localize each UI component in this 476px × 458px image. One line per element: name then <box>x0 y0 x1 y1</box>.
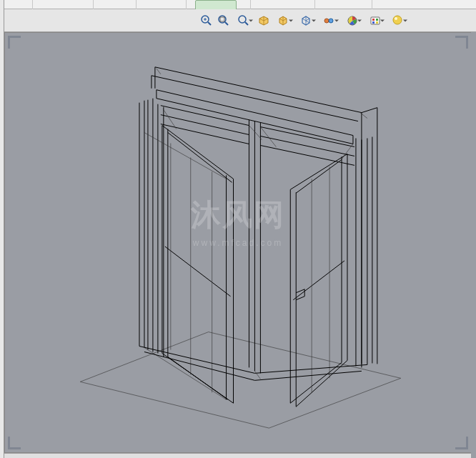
svg-line-52 <box>260 145 354 165</box>
apply-scene-button[interactable] <box>365 13 386 29</box>
svg-rect-16 <box>376 21 378 24</box>
hide-show-items-button[interactable] <box>319 13 340 29</box>
svg-line-8 <box>245 22 248 25</box>
svg-line-23 <box>155 67 362 113</box>
svg-line-50 <box>260 127 354 147</box>
svg-line-60 <box>168 357 228 399</box>
svg-line-75 <box>293 261 344 300</box>
svg-point-7 <box>239 16 246 23</box>
svg-line-19 <box>80 382 269 428</box>
svg-line-88 <box>254 371 361 380</box>
zoom-to-fit-button[interactable] <box>199 13 214 29</box>
model-wireframe-canvas <box>5 33 471 452</box>
svg-line-87 <box>144 352 254 380</box>
svg-line-48 <box>161 115 249 135</box>
svg-line-73 <box>296 360 347 407</box>
previous-view-button[interactable] <box>233 13 254 29</box>
svg-line-1 <box>208 22 211 25</box>
svg-line-89 <box>157 69 161 74</box>
svg-rect-15 <box>372 21 375 24</box>
svg-line-81 <box>249 126 262 140</box>
view-orientation-button[interactable] <box>273 13 294 29</box>
view-settings-button[interactable] <box>387 13 409 29</box>
zoom-to-area-button[interactable] <box>216 13 232 29</box>
svg-point-4 <box>219 16 226 23</box>
svg-rect-13 <box>372 19 375 21</box>
view-toolbar <box>4 9 476 32</box>
svg-rect-14 <box>376 19 378 21</box>
svg-line-20 <box>269 378 400 428</box>
svg-line-24 <box>362 108 377 113</box>
svg-line-28 <box>152 76 358 121</box>
status-bar-edge <box>4 453 471 458</box>
edit-appearance-button[interactable] <box>342 13 363 29</box>
svg-line-72 <box>296 159 342 193</box>
svg-line-51 <box>260 136 354 156</box>
ribbon-tabs-edge <box>0 0 476 9</box>
graphics-viewport[interactable]: 沐风网 www.mfcad.com <box>4 32 471 453</box>
svg-point-10 <box>329 19 333 23</box>
svg-line-58 <box>168 133 232 183</box>
svg-point-18 <box>395 17 397 20</box>
svg-line-57 <box>162 126 234 179</box>
svg-line-84 <box>340 144 353 161</box>
svg-line-85 <box>139 347 254 374</box>
svg-line-61 <box>165 247 231 297</box>
svg-line-91 <box>254 371 260 379</box>
svg-line-62 <box>144 133 227 179</box>
display-style-button[interactable] <box>296 13 317 29</box>
svg-rect-6 <box>220 17 224 21</box>
svg-rect-12 <box>371 17 380 24</box>
svg-line-71 <box>290 154 347 189</box>
svg-point-17 <box>393 16 402 24</box>
svg-line-5 <box>225 22 228 25</box>
section-view-button[interactable] <box>256 13 272 29</box>
svg-point-9 <box>324 19 329 23</box>
